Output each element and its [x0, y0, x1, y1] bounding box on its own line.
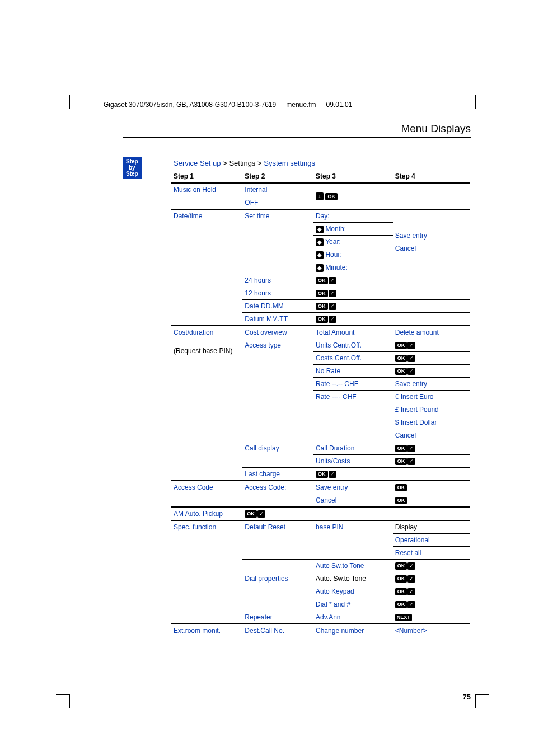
ok-key: OK: [395, 484, 407, 491]
cell-ok-ddmm: OK✓: [313, 300, 393, 313]
cell-12h: 12 hours: [242, 287, 313, 300]
page-title: Menu Displays: [401, 123, 471, 135]
title-rule: [123, 137, 471, 138]
check-icon: ✓: [407, 368, 415, 375]
check-icon: ✓: [329, 303, 336, 310]
row-cost: Cost/duration (Request base PIN) Cost ov…: [171, 326, 470, 339]
breadcrumb-row: Service Set up > Settings > System setti…: [171, 157, 470, 170]
lbl-requestbase: (Request base PIN): [174, 346, 240, 356]
cell-costs-cent: Costs Cent.Off.: [313, 352, 393, 365]
bc-p1: Service Set up: [174, 159, 221, 167]
cell-rate1: Rate --.-- CHF: [313, 378, 393, 391]
cell-hour: ◆ Hour:: [313, 248, 393, 261]
cell-24h: 24 hours: [242, 274, 313, 287]
cell-ok-ds: OK✓: [393, 598, 470, 611]
cell-empty: [393, 468, 470, 481]
cell-destcall: Dest.Call No.: [242, 624, 313, 637]
bc-sep2: >: [257, 159, 262, 167]
col-step1: Step 1: [171, 170, 243, 184]
down-arrow-icon: ↓: [316, 192, 324, 200]
cell-accesstype: Access type: [242, 339, 313, 442]
check-icon: ✓: [329, 277, 336, 284]
cell-down-ok: ↓ OK: [313, 183, 393, 209]
row-spec: Spec. function Default Reset base PIN Di…: [171, 520, 470, 534]
ok-key: OK: [316, 290, 328, 297]
cell-totalamount: Total Amount: [313, 326, 393, 339]
cell-norate: No Rate: [313, 365, 393, 378]
cell-empty: [393, 313, 470, 326]
cell-ok-ak: OK✓: [393, 585, 470, 598]
cell-unitscosts: Units/Costs: [313, 455, 393, 468]
cell-specfunction: Spec. function: [171, 520, 243, 624]
cell-callduration: Call Duration: [313, 442, 393, 455]
crop-mark-br: [475, 694, 489, 708]
badge-l1: Step: [126, 158, 138, 165]
badge-l3: Step: [126, 171, 138, 177]
cell-minute: ◆ Minute:: [313, 261, 393, 274]
bc-p3: System settings: [264, 159, 315, 167]
check-icon: ✓: [407, 355, 415, 362]
bc-p2: Settings: [229, 159, 255, 167]
cell-settime: Set time: [242, 209, 313, 274]
check-icon: ✓: [329, 471, 336, 478]
check-icon: ✓: [257, 510, 265, 518]
ok-key: OK: [316, 303, 328, 310]
lbl-year: Year:: [325, 238, 341, 246]
cell-save-cancel: Save entry Cancel: [393, 209, 470, 274]
header-line: Gigaset 3070/3075isdn, GB, A31008-G3070-…: [104, 101, 352, 109]
cell-empty: [242, 560, 313, 572]
check-icon: ✓: [407, 601, 415, 608]
cell-calldisplay: Call display: [242, 442, 313, 468]
lbl-minute: Minute:: [325, 264, 347, 271]
page-number: 75: [463, 693, 471, 701]
cell-cancel: Cancel: [395, 242, 467, 253]
check-icon: ✓: [407, 458, 415, 465]
cell-music-on-hold: Music on Hold: [171, 183, 243, 209]
cell-advann: Adv.Ann: [313, 611, 393, 624]
cell-mmtt: Datum MM.TT: [242, 313, 313, 326]
cell-costoverview: Cost overview: [242, 326, 313, 339]
cell-ddmm: Date DD.MM: [242, 300, 313, 313]
cell-ok-dp1: OK✓: [393, 572, 470, 585]
ok-key: OK: [395, 562, 407, 570]
cell-cancel2: Cancel: [393, 429, 470, 442]
cell-off: OFF: [242, 196, 313, 210]
ok-key: OK: [316, 471, 328, 478]
header-row: Step 1 Step 2 Step 3 Step 4: [171, 170, 470, 184]
ok-key: OK: [395, 342, 407, 349]
cell-ok-uc: OK✓: [393, 455, 470, 468]
cell-ok-am: OK✓: [242, 507, 313, 520]
ok-key: OK: [316, 277, 328, 284]
check-icon: ✓: [407, 575, 415, 583]
row-music: Music on Hold Internal ↓ OK: [171, 183, 470, 196]
header-doc: Gigaset 3070/3075isdn, GB, A31008-G3070-…: [104, 101, 276, 109]
cell-autosw2: Auto. Sw.to Tone: [313, 572, 393, 585]
lbl-costduration: Cost/duration: [174, 327, 240, 337]
right-arrow-icon: ◆: [316, 264, 324, 272]
cell-amauto: AM Auto. Pickup: [171, 507, 243, 520]
check-icon: ✓: [407, 342, 415, 349]
cell-empty: [393, 274, 470, 287]
cell-extroom: Ext.room monit.: [171, 624, 243, 637]
cell-ok-ac2: OK: [393, 494, 470, 508]
check-icon: ✓: [407, 588, 415, 595]
cell-basepin: base PIN: [313, 520, 393, 560]
col-step3: Step 3: [313, 170, 393, 184]
cell-display: Display: [393, 520, 470, 534]
crop-mark-tl: [56, 95, 70, 109]
cell-number: <Number>: [393, 624, 470, 637]
ok-key: OK: [316, 316, 328, 323]
cell-costduration: Cost/duration (Request base PIN): [171, 326, 243, 481]
cell-day: Day:: [313, 209, 393, 223]
cell-autokey: Auto Keypad: [313, 585, 393, 598]
cell-rate2: Rate ---- CHF: [313, 391, 393, 442]
cell-ok-as: OK✓: [393, 560, 470, 572]
cell-ok-12: OK✓: [313, 287, 393, 300]
ok-key: OK: [395, 497, 407, 504]
right-arrow-icon: ◆: [316, 226, 324, 233]
cell-defaultreset: Default Reset: [242, 520, 313, 560]
cell-ok-u: OK✓: [393, 339, 470, 352]
cell-resetall: Reset all: [393, 547, 470, 560]
header-date: 09.01.01: [326, 101, 353, 109]
col-step4: Step 4: [393, 170, 470, 184]
